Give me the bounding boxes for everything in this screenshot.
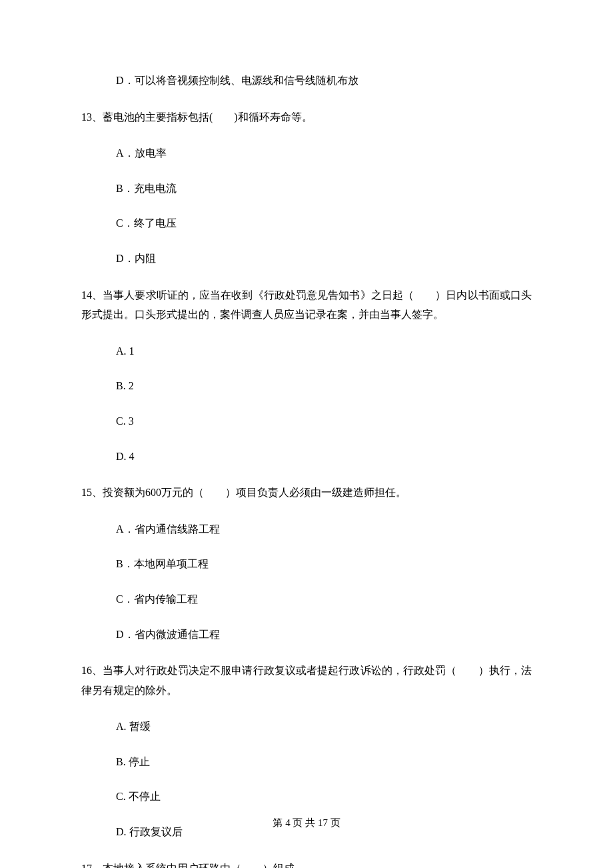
option-14-b: B. 2 — [81, 377, 532, 395]
option-16-c: C. 不停止 — [81, 788, 532, 805]
option-15-a: A．省内通信线路工程 — [81, 521, 532, 538]
page-content: D．可以将音视频控制线、电源线和信号线随机布放 13、蓄电池的主要指标包括( )… — [0, 0, 613, 868]
option-d-random: D．可以将音视频控制线、电源线和信号线随机布放 — [81, 72, 532, 89]
option-16-b: B. 停止 — [81, 753, 532, 771]
option-15-c: C．省内传输工程 — [81, 591, 532, 608]
question-16: 16、当事人对行政处罚决定不服申请行政复议或者提起行政诉讼的，行政处罚（ ）执行… — [81, 661, 532, 700]
page-footer: 第 4 页 共 17 页 — [0, 817, 613, 829]
option-15-d: D．省内微波通信工程 — [81, 626, 532, 643]
option-16-a: A. 暂缓 — [81, 718, 532, 735]
option-13-c: C．终了电压 — [81, 215, 532, 232]
question-17: 17、本地接入系统中用户环路由（ ）组成。 — [81, 859, 532, 868]
question-14: 14、当事人要求听证的，应当在收到《行政处罚意见告知书》之日起（ ）日内以书面或… — [81, 285, 532, 325]
option-13-b: B．充电电流 — [81, 180, 532, 197]
option-14-d: D. 4 — [81, 448, 532, 465]
question-15: 15、投资额为600万元的（ ）项目负责人必须由一级建造师担任。 — [81, 483, 532, 503]
option-13-d: D．内阻 — [81, 250, 532, 267]
option-14-c: C. 3 — [81, 413, 532, 430]
question-13: 13、蓄电池的主要指标包括( )和循环寿命等。 — [81, 107, 532, 127]
option-13-a: A．放电率 — [81, 145, 532, 162]
option-14-a: A. 1 — [81, 343, 532, 360]
option-15-b: B．本地网单项工程 — [81, 555, 532, 573]
